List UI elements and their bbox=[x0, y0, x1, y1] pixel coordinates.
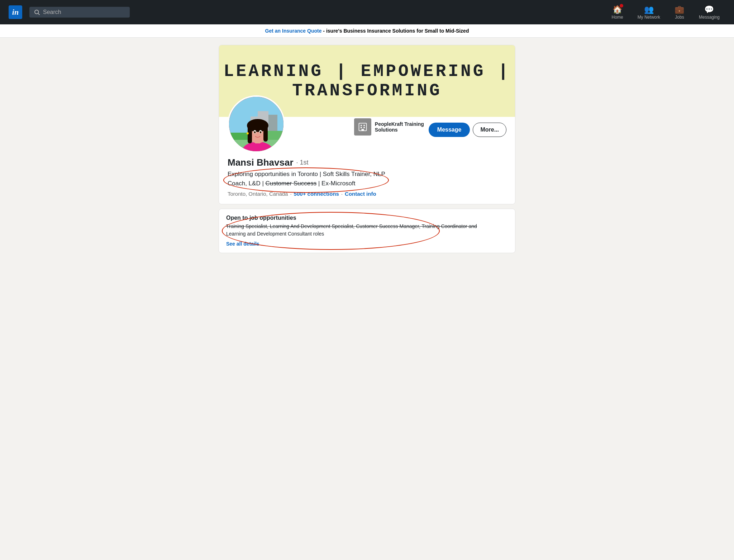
nav-items: 🏠 Home 👥 My Network 💼 Jobs 💬 Messaging bbox=[606, 3, 725, 21]
company-badge: PeopleKraft Training Solutions bbox=[354, 118, 429, 136]
logo-text: in bbox=[12, 8, 19, 17]
more-button[interactable]: More... bbox=[473, 123, 506, 137]
svg-rect-3 bbox=[361, 125, 362, 126]
jobs-icon: 💼 bbox=[675, 5, 685, 15]
main-content: LEARNING | EMPOWERING | TRANSFORMING Mes… bbox=[213, 45, 521, 253]
open-to-work-card: Open to job opportunities Training Speci… bbox=[219, 209, 515, 253]
profile-card: LEARNING | EMPOWERING | TRANSFORMING Mes… bbox=[219, 45, 515, 204]
home-icon: 🏠 bbox=[613, 5, 623, 15]
avatar bbox=[228, 95, 285, 153]
avatar-portrait bbox=[229, 97, 285, 153]
banner-link[interactable]: Get an Insurance Quote bbox=[265, 28, 322, 34]
search-bar[interactable] bbox=[29, 7, 130, 18]
company-logo-icon bbox=[354, 118, 371, 136]
nav-home-label: Home bbox=[612, 15, 623, 20]
headline-wrapper: Exploring opportunities in Toronto | Sof… bbox=[228, 170, 385, 191]
nav-my-network-label: My Network bbox=[638, 15, 660, 20]
svg-rect-4 bbox=[363, 125, 365, 126]
nav-item-messaging[interactable]: 💬 Messaging bbox=[693, 3, 725, 21]
svg-point-24 bbox=[260, 131, 262, 133]
my-network-icon: 👥 bbox=[644, 5, 654, 15]
banner-body: - isure's Business Insurance Solutions f… bbox=[321, 28, 469, 34]
notification-dot bbox=[620, 4, 623, 8]
headline-line2-part2: | Ex-Microsoft bbox=[316, 180, 355, 187]
otw-roles-strikethrough: Training Specialist, Learning And Develo… bbox=[226, 223, 477, 229]
dot-separator-1: · bbox=[290, 191, 291, 197]
action-buttons: Message More... bbox=[429, 123, 506, 137]
navbar: in 🏠 Home 👥 My Network 💼 Jobs 💬 Messagin… bbox=[0, 0, 734, 24]
svg-rect-7 bbox=[361, 129, 364, 131]
profile-location-row: Toronto, Ontario, Canada · 500+ connecti… bbox=[228, 191, 506, 197]
nav-messaging-label: Messaging bbox=[699, 15, 720, 20]
profile-top: Message More... PeopleKraft Training Sol… bbox=[219, 117, 515, 204]
messaging-icon: 💬 bbox=[704, 5, 714, 15]
see-all-details-link[interactable]: See all details bbox=[226, 241, 259, 247]
contact-info-link[interactable]: Contact info bbox=[345, 191, 376, 197]
headline-line2-part1: Coach, L&D | bbox=[228, 180, 266, 187]
svg-rect-19 bbox=[248, 125, 252, 143]
profile-name-row: Mansi Bhavsar · 1st bbox=[228, 157, 506, 168]
svg-rect-5 bbox=[361, 127, 362, 128]
cover-text: LEARNING | EMPOWERING | TRANSFORMING bbox=[219, 62, 515, 100]
svg-line-1 bbox=[38, 13, 39, 15]
dot-separator-2: · bbox=[341, 191, 343, 197]
avatar-wrapper bbox=[228, 95, 285, 153]
message-button[interactable]: Message bbox=[429, 123, 470, 137]
search-input[interactable] bbox=[43, 9, 125, 15]
svg-rect-10 bbox=[268, 115, 277, 133]
company-name: PeopleKraft Training Solutions bbox=[375, 121, 429, 133]
svg-rect-20 bbox=[263, 125, 268, 142]
profile-info: Mansi Bhavsar · 1st Exploring opportunit… bbox=[228, 157, 506, 197]
headline-line1: Exploring opportunities in Toronto | Sof… bbox=[228, 171, 385, 177]
nav-item-jobs[interactable]: 💼 Jobs bbox=[669, 3, 690, 21]
profile-name: Mansi Bhavsar bbox=[228, 157, 294, 168]
nav-item-my-network[interactable]: 👥 My Network bbox=[632, 3, 666, 21]
svg-point-23 bbox=[254, 131, 256, 133]
search-icon bbox=[34, 9, 40, 15]
connection-degree: · 1st bbox=[296, 159, 309, 166]
banner-ad: Get an Insurance Quote - isure's Busines… bbox=[0, 24, 734, 38]
svg-point-0 bbox=[35, 10, 39, 14]
profile-location: Toronto, Ontario, Canada bbox=[228, 191, 288, 197]
headline-line2-strikethrough: Customer Success bbox=[266, 180, 317, 187]
building-icon bbox=[358, 122, 368, 132]
nav-item-home[interactable]: 🏠 Home bbox=[606, 3, 629, 21]
otw-roles-line2: Learning and Development Consultant role… bbox=[226, 231, 324, 237]
linkedin-logo[interactable]: in bbox=[9, 5, 22, 19]
nav-jobs-label: Jobs bbox=[675, 15, 684, 20]
open-to-work-title: Open to job opportunities bbox=[226, 215, 508, 221]
open-to-work-roles: Training Specialist, Learning And Develo… bbox=[226, 223, 508, 238]
connections-link[interactable]: 500+ connections bbox=[294, 191, 339, 197]
svg-point-25 bbox=[247, 132, 249, 134]
profile-headline: Exploring opportunities in Toronto | Sof… bbox=[228, 170, 385, 188]
svg-rect-6 bbox=[363, 127, 365, 128]
